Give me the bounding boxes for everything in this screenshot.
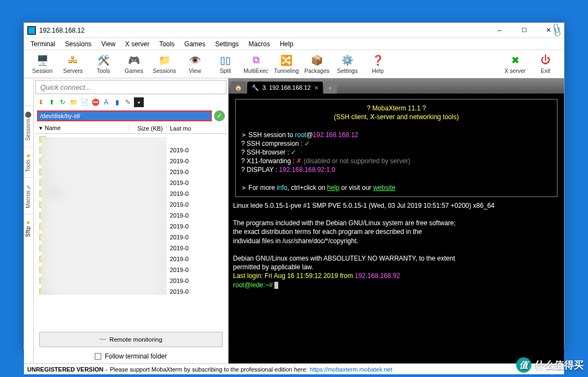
table-row[interactable]: D Z6...12019-0 [36, 188, 226, 199]
checkbox-icon [95, 353, 101, 360]
app-icon [27, 26, 36, 35]
sftp-refresh-icon[interactable]: ↻ [58, 97, 68, 107]
sftp-path-input[interactable]: /dev/disk/by-id/ [37, 110, 212, 121]
sftp-upload-icon[interactable]: ⬆ [47, 97, 57, 107]
watermark-logo-icon: 值 [516, 357, 531, 373]
table-row[interactable]: 12019-0 [36, 145, 226, 156]
table-row[interactable]: a12019-0 [36, 177, 226, 188]
menu-settings[interactable]: Settings [211, 39, 243, 49]
sftp-newfile-icon[interactable]: 📄 [79, 97, 89, 107]
monitor-icon: 〰 [100, 336, 106, 343]
table-row[interactable]: 12019-0 [36, 221, 226, 232]
tab-home[interactable]: 🏠 [231, 82, 246, 94]
menu-terminal[interactable]: Terminal [26, 39, 59, 49]
tool-view[interactable]: 👁️View [180, 51, 210, 77]
file-table: ▾Name Size (KB) Last mo ..12019-012019-0… [36, 123, 226, 330]
tool-servers[interactable]: 🖧Servers [58, 51, 88, 77]
table-row[interactable]: 12019-0 [36, 275, 226, 286]
tool-multiexec[interactable]: ⧉MultiExec [241, 51, 271, 77]
col-size[interactable]: Size (KB) [128, 125, 167, 132]
col-name[interactable]: Name [45, 125, 60, 131]
menu-tools[interactable]: Tools [155, 39, 179, 49]
tool-tunneling[interactable]: 🔀Tunneling [271, 51, 302, 77]
sftp-toolbar: ⬇ ⬆ ↻ 📁 📄 ⛔ A ▮ ✎ ▪ [34, 96, 228, 109]
table-row[interactable]: 12019-0 [36, 232, 226, 243]
tab-session[interactable]: 🔧 3. 192.168.168.12 ✕ [247, 82, 323, 94]
menu-xserver[interactable]: X server [121, 39, 154, 49]
sftp-props-icon[interactable]: ✎ [123, 97, 133, 107]
toolbar: 🖥️Session🖧Servers🛠️Tools🎮Games📁Sessions👁… [24, 50, 564, 78]
banner-title: ? MobaXterm 11.1 ? [241, 104, 552, 113]
sftp-terminal-icon[interactable]: ▪ [134, 97, 144, 107]
sftp-download-icon[interactable]: ⬇ [36, 97, 46, 107]
tool-settings[interactable]: ⚙️Settings [332, 51, 363, 77]
watermark: 值 什么值得买 [516, 357, 584, 373]
svg-rect-1 [28, 27, 35, 34]
ok-icon: ✓ [214, 110, 225, 121]
titlebar: 192.168.168.12 ─ ☐ ✕ [24, 23, 564, 38]
side-tab-sftp[interactable]: Sftp● [24, 214, 33, 242]
tool-tools[interactable]: 🛠️Tools [88, 51, 119, 77]
tab-add[interactable]: ＋ [324, 82, 337, 94]
table-row[interactable]: .. [36, 134, 226, 145]
remote-monitoring-button[interactable]: 〰 Remote monitoring [39, 332, 223, 347]
tool-sessions[interactable]: 📁Sessions [149, 51, 180, 77]
sftp-edit-icon[interactable]: ▮ [112, 97, 122, 107]
menu-games[interactable]: Games [180, 39, 210, 49]
tool-xserver[interactable]: ✖X server [500, 51, 530, 77]
table-row[interactable]: 12019-0 [36, 243, 226, 254]
sftp-panel: ⬇ ⬆ ↻ 📁 📄 ⛔ A ▮ ✎ ▪ /dev/disk/by-id/ ✓ ▾… [34, 78, 229, 363]
tab-bar: 🏠 🔧 3. 192.168.168.12 ✕ ＋ [229, 78, 564, 94]
menubar: Terminal Sessions View X server Tools Ga… [24, 38, 564, 50]
table-row[interactable]: c.12019-0 [36, 286, 226, 294]
tool-help[interactable]: ❓Help [363, 51, 393, 77]
table-row[interactable]: 12019-0 [36, 199, 226, 210]
tool-session[interactable]: 🖥️Session [27, 51, 58, 77]
terminal-panel: 📎 🏠 🔧 3. 192.168.168.12 ✕ ＋ ? MobaXterm … [229, 78, 564, 363]
cursor [274, 282, 278, 289]
status-url[interactable]: https://mobaxterm.mobatek.net [310, 366, 393, 373]
tool-split[interactable]: ▯▯Split [210, 51, 241, 77]
tool-games[interactable]: 🎮Games [119, 51, 149, 77]
menu-sessions[interactable]: Sessions [60, 39, 96, 49]
sftp-newfolder-icon[interactable]: 📁 [69, 97, 78, 107]
follow-terminal-checkbox[interactable]: Follow terminal folder [34, 349, 228, 363]
sftp-rename-icon[interactable]: A [101, 97, 111, 107]
tool-packages[interactable]: 📦Packages [302, 51, 332, 77]
window-title: 192.168.168.12 [39, 27, 487, 34]
menu-help[interactable]: Help [275, 39, 298, 49]
table-row[interactable]: 12019-0 [36, 210, 226, 221]
minimize-button[interactable]: ─ [487, 23, 512, 38]
menu-view[interactable]: View [97, 39, 120, 49]
side-tab-macros[interactable]: Macros✎ [24, 177, 33, 214]
prompt: root@lede:~# [233, 281, 274, 289]
col-last[interactable]: Last mo [167, 125, 226, 132]
side-tabs: Sessions⬤ Tools★ Macros✎ Sftp● [24, 78, 34, 363]
term-uname: Linux lede 5.0.15-1-pve #1 SMP PVE 5.0.1… [233, 201, 560, 210]
sftp-delete-icon[interactable]: ⛔ [90, 97, 100, 107]
table-row[interactable]: a12019-0 [36, 166, 226, 177]
table-row[interactable]: 12019-0 [36, 264, 226, 275]
terminal[interactable]: ? MobaXterm 11.1 ? (SSH client, X-server… [229, 94, 564, 363]
table-row[interactable]: 12019-0 [36, 254, 226, 264]
app-window: 192.168.168.12 ─ ☐ ✕ Terminal Sessions V… [23, 22, 565, 349]
menu-macros[interactable]: Macros [244, 39, 274, 49]
banner-sub: (SSH client, X-server and networking too… [241, 113, 552, 121]
maximize-button[interactable]: ☐ [512, 23, 536, 38]
side-tab-sessions[interactable]: Sessions⬤ [24, 106, 33, 146]
side-tab-tools[interactable]: Tools★ [24, 146, 33, 177]
website-link[interactable]: website [373, 184, 395, 191]
table-row[interactable]: 12019-0 [36, 156, 226, 166]
status-bar: UNREGISTERED VERSION - Please support Mo… [24, 363, 564, 374]
terminal-icon: 🔧 [252, 84, 259, 91]
tab-close-icon[interactable]: ✕ [314, 85, 318, 91]
tool-exit[interactable]: ⏻Exit [530, 51, 561, 77]
unregistered-label: UNREGISTERED VERSION [27, 366, 103, 373]
help-link[interactable]: help [327, 184, 340, 191]
quick-connect-input[interactable] [35, 80, 226, 94]
